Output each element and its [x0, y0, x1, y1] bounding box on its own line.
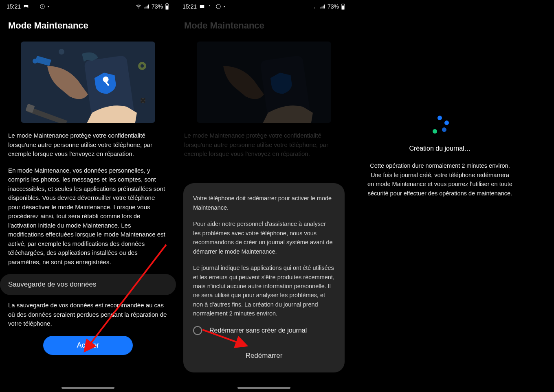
download-icon	[207, 4, 213, 9]
dialog-p3: Le journal indique les applications qui …	[193, 263, 335, 318]
skip-log-radio[interactable]: Redémarrer sans créer de journal	[193, 326, 335, 336]
image-icon	[199, 4, 205, 9]
svg-point-7	[33, 59, 37, 64]
loading-spinner	[431, 116, 449, 134]
loading-title: Création du journal…	[367, 145, 513, 152]
flash-icon	[40, 4, 45, 9]
svg-rect-17	[200, 5, 204, 8]
download-icon	[31, 4, 37, 9]
restart-dialog: Votre téléphone doit redémarrer pour act…	[183, 183, 345, 372]
page-title: Mode Maintenance	[176, 11, 352, 36]
screen-loading: Création du journal… Cette opération dur…	[352, 0, 528, 392]
signal-icon	[143, 4, 150, 9]
flash-icon	[215, 4, 221, 9]
battery-percent: 73%	[328, 3, 339, 10]
maintenance-illustration	[21, 42, 155, 123]
signal-icon	[319, 4, 326, 9]
svg-rect-20	[342, 6, 344, 9]
battery-icon	[165, 3, 169, 10]
intro-text: Le mode Maintenance protège votre confid…	[184, 131, 344, 159]
activate-button[interactable]: Activer	[43, 336, 133, 355]
loading-body: Cette opération dure normalement 2 minut…	[367, 161, 513, 198]
status-dot: •	[48, 4, 49, 9]
battery-percent: 73%	[152, 3, 163, 10]
svg-rect-4	[166, 3, 167, 4]
wifi-icon	[135, 4, 142, 9]
battery-icon	[341, 3, 345, 10]
dialog-p2: Pour aider notre personnel d'assistance …	[193, 219, 335, 256]
status-time: 15:21	[182, 3, 197, 10]
details-text: En mode Maintenance, vos données personn…	[8, 166, 168, 267]
page-title: Mode Maintenance	[0, 11, 176, 36]
nav-pill[interactable]	[237, 387, 290, 389]
status-dot: •	[224, 4, 225, 9]
status-bar: 15:21 • 73%	[0, 0, 176, 11]
svg-point-8	[59, 49, 64, 55]
intro-text: Le mode Maintenance protège votre confid…	[8, 131, 168, 159]
backup-row[interactable]: Sauvegarde de vos données	[0, 274, 176, 295]
radio-label: Redémarrer sans créer de journal	[209, 326, 307, 336]
svg-point-10	[141, 64, 144, 68]
maintenance-illustration	[197, 42, 331, 123]
backup-hint: La sauvegarde de vos données est recomma…	[8, 301, 168, 328]
screen-activate: 15:21 • 73% Mode Maintena	[0, 0, 176, 392]
svg-point-18	[216, 4, 221, 9]
status-bar: 15:21 • 73%	[176, 0, 352, 11]
svg-rect-5	[166, 6, 168, 9]
svg-point-1	[25, 6, 26, 7]
wifi-icon	[311, 4, 318, 9]
restart-button[interactable]: Redémarrer	[193, 347, 335, 364]
screen-dialog: 15:21 • 73% Mode Maintena	[176, 0, 352, 392]
image-icon	[23, 4, 29, 9]
radio-unchecked-icon	[193, 326, 202, 335]
status-time: 15:21	[7, 3, 21, 10]
dialog-p1: Votre téléphone doit redémarrer pour act…	[193, 194, 335, 212]
nav-pill[interactable]	[62, 387, 114, 389]
backup-label: Sauvegarde de vos données	[8, 280, 96, 288]
